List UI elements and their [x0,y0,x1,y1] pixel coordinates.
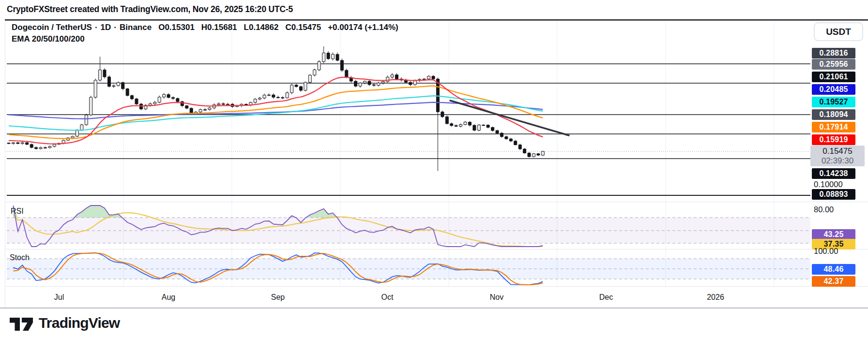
tradingview-logo-text: TradingView [39,315,120,331]
price-scale-label: 0.15919 [812,134,855,145]
price-scale-label: 0.18094 [812,109,855,120]
chart-canvas[interactable] [0,0,868,352]
legend-separator: · [95,23,98,32]
time-axis-label: 2026 [707,293,724,302]
exchange-label: Binance [120,23,152,32]
price-scale-label: 0.14238 [812,168,855,179]
ema-indicator-legend[interactable]: EMA 20/50/100/200 [12,34,85,44]
interval-label: 1D [101,23,111,32]
price-scale-label: 0.08893 [812,189,855,200]
symbol-name: Dogecoin / TetherUS [12,23,92,32]
time-axis-label: Aug [162,293,175,302]
tradingview-logo-icon [10,314,33,332]
axis-tick-label: 0.10000 [814,180,843,189]
price-scale-label: 0.19527 [812,97,855,107]
ohlc-high: H0.15681 [201,23,237,32]
axis-tick-label: 100.00 [814,247,838,256]
time-axis-label: Dec [599,293,613,302]
price-scale-label: 0.28816 [812,48,855,59]
price-scale-label: 0.20485 [812,84,855,95]
axis-tick-label: 80.00 [814,205,834,214]
tradingview-logo[interactable]: TradingView [10,314,120,332]
price-scale-label: 43.25 [812,229,855,240]
rsi-panel-label[interactable]: RSI [11,207,24,216]
legend-separator: · [114,23,117,32]
ohlc-low: L0.14862 [244,23,279,32]
ohlc-open: O0.15301 [158,23,195,32]
current-price-value: 0.15475 [822,147,852,156]
time-axis-label: Oct [381,293,394,302]
currency-toggle-button[interactable]: USDT [814,22,863,41]
time-axis-label: Sep [271,293,285,302]
price-scale-label: 0.17914 [812,122,855,132]
price-scale-label: 48.46 [812,264,855,275]
bar-countdown: 02:39:30 [822,156,853,166]
attribution-header: CryptoFXStreet created with TradingView.… [7,4,293,15]
change-label: +0.00174 (+1.14%) [328,23,398,32]
symbol-legend[interactable]: Dogecoin / TetherUS·1D·BinanceO0.15301H0… [12,23,401,32]
stoch-panel-label[interactable]: Stoch [10,253,30,262]
current-price-label: 0.15475 02:39:30 [810,146,865,166]
price-scale-label: 0.21061 [812,72,855,82]
price-scale-label: 0.25956 [812,59,855,70]
ohlc-close: C0.15475 [285,23,321,32]
time-axis-label: Nov [490,293,503,302]
tradingview-published-chart: CryptoFXStreet created with TradingView.… [0,0,868,352]
time-axis-label: Jul [54,293,64,302]
price-scale-label: 42.37 [812,276,855,287]
